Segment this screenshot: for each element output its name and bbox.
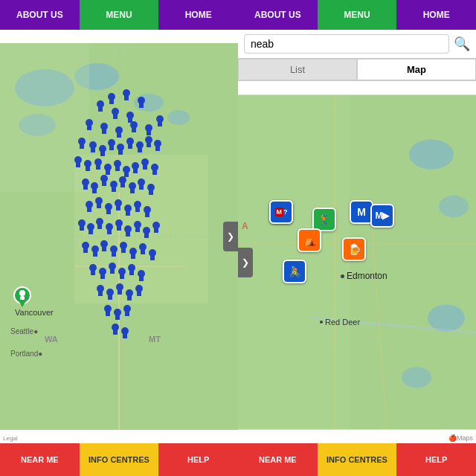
svg-rect-163 xyxy=(113,327,118,335)
svg-rect-151 xyxy=(118,287,122,295)
svg-rect-55 xyxy=(86,164,90,171)
right-menu-button[interactable]: MENU xyxy=(318,0,397,30)
svg-rect-31 xyxy=(147,128,151,135)
svg-point-171 xyxy=(409,140,454,170)
svg-rect-161 xyxy=(125,309,129,316)
svg-rect-137 xyxy=(100,271,105,279)
svg-rect-143 xyxy=(129,268,134,275)
svg-rect-111 xyxy=(126,229,130,237)
svg-rect-63 xyxy=(124,170,129,177)
left-map: Vancouver Seattle● Portland● WA MT Legal… xyxy=(0,30,238,443)
svg-rect-19 xyxy=(113,112,118,119)
right-home-button[interactable]: HOME xyxy=(396,0,476,30)
svg-rect-131 xyxy=(141,247,145,254)
right-footer: NEAR ME INFO CENTRES HELP xyxy=(238,443,476,476)
right-header: ABOUT US MENU HOME xyxy=(238,0,476,30)
list-map-toggle: List Map xyxy=(238,59,476,81)
pins-cluster xyxy=(45,89,193,350)
svg-rect-85 xyxy=(149,187,153,195)
svg-rect-147 xyxy=(98,289,103,296)
svg-rect-15 xyxy=(98,104,103,112)
left-home-button[interactable]: HOME xyxy=(158,0,238,30)
right-nearme-button[interactable]: NEAR ME xyxy=(238,443,318,476)
svg-rect-29 xyxy=(132,125,136,132)
svg-rect-115 xyxy=(144,231,149,238)
left-menu-button[interactable]: MENU xyxy=(80,0,159,30)
svg-rect-119 xyxy=(83,245,88,253)
search-bar: 🔍 xyxy=(238,30,476,59)
svg-rect-97 xyxy=(135,205,140,212)
svg-rect-87 xyxy=(87,205,91,212)
svg-rect-101 xyxy=(80,223,84,231)
svg-rect-33 xyxy=(158,119,162,126)
edmonton-label: Edmonton xyxy=(347,271,387,281)
left-infocentres-button[interactable]: INFO CENTRES xyxy=(80,443,159,476)
svg-rect-57 xyxy=(96,162,100,170)
list-tab[interactable]: List xyxy=(238,59,357,80)
svg-rect-51 xyxy=(155,144,160,151)
svg-rect-75 xyxy=(102,178,106,186)
svg-rect-103 xyxy=(89,227,93,234)
svg-rect-49 xyxy=(147,140,151,147)
svg-rect-79 xyxy=(120,180,125,187)
svg-rect-123 xyxy=(102,244,106,251)
svg-rect-121 xyxy=(93,249,97,257)
red-deer-dot xyxy=(320,321,323,324)
portland-label: Portland● xyxy=(10,350,42,358)
svg-rect-105 xyxy=(97,222,102,229)
info-m-icon[interactable]: M? xyxy=(269,200,293,224)
svg-rect-127 xyxy=(121,245,126,253)
search-button[interactable]: 🔍 xyxy=(454,36,470,52)
svg-rect-145 xyxy=(139,274,144,281)
svg-rect-91 xyxy=(106,207,111,214)
svg-point-174 xyxy=(402,367,431,388)
left-panel: ABOUT US MENU HOME xyxy=(0,0,238,476)
svg-rect-149 xyxy=(108,292,112,300)
svg-rect-37 xyxy=(91,145,95,152)
svg-rect-95 xyxy=(126,208,130,216)
right-map-svg: A xyxy=(238,81,476,443)
svg-rect-135 xyxy=(91,268,95,275)
edmonton-dot xyxy=(341,274,344,278)
svg-rect-11 xyxy=(109,97,114,104)
svg-rect-77 xyxy=(112,184,116,192)
vancouver-label: Vancouver xyxy=(15,308,54,317)
seattle-label: Seattle● xyxy=(10,327,38,335)
beer-icon[interactable]: 🍺 xyxy=(342,237,366,261)
activity-icon[interactable]: 🚴 xyxy=(283,260,306,283)
svg-rect-141 xyxy=(120,271,124,279)
svg-point-173 xyxy=(428,305,465,332)
edmonton-label-wrap: Edmonton xyxy=(341,271,387,281)
map-marker-2[interactable]: M▶ xyxy=(370,204,394,228)
left-about-button[interactable]: ABOUT US xyxy=(0,0,80,30)
right-chevron-button[interactable]: ❯ xyxy=(223,222,238,251)
svg-rect-69 xyxy=(152,167,157,175)
svg-rect-73 xyxy=(92,186,97,193)
search-input[interactable] xyxy=(244,34,449,54)
svg-rect-109 xyxy=(117,223,121,231)
right-infocentres-button[interactable]: INFO CENTRES xyxy=(318,443,397,476)
right-panel: ABOUT US MENU HOME 🔍 List Map xyxy=(238,0,476,476)
svg-rect-125 xyxy=(112,249,116,257)
right-about-button[interactable]: ABOUT US xyxy=(238,0,318,30)
map-tab[interactable]: Map xyxy=(357,59,476,80)
left-help-button[interactable]: HELP xyxy=(158,443,238,476)
svg-rect-45 xyxy=(128,141,132,149)
camping-icon[interactable]: ⛺ xyxy=(298,228,321,252)
svg-rect-153 xyxy=(127,293,132,300)
svg-rect-17 xyxy=(139,100,144,108)
svg-rect-25 xyxy=(102,126,106,134)
red-deer-label-wrap: Red Deer xyxy=(320,318,360,327)
svg-point-167 xyxy=(19,290,25,296)
left-chevron-button[interactable]: ❯ xyxy=(238,248,253,277)
left-header: ABOUT US MENU HOME xyxy=(0,0,238,30)
right-help-button[interactable]: HELP xyxy=(396,443,476,476)
svg-rect-113 xyxy=(135,225,140,232)
left-footer: NEAR ME INFO CENTRES HELP xyxy=(0,443,238,476)
apple-maps-label: 🍎Maps xyxy=(448,434,473,442)
svg-rect-159 xyxy=(115,312,120,320)
blue-pins-svg xyxy=(45,89,193,372)
right-map: A 🐾 M? 🏌️ ⛺ 🚴 🍺 M M▶ xyxy=(238,81,476,443)
svg-rect-53 xyxy=(76,160,80,167)
left-nearme-button[interactable]: NEAR ME xyxy=(0,443,80,476)
